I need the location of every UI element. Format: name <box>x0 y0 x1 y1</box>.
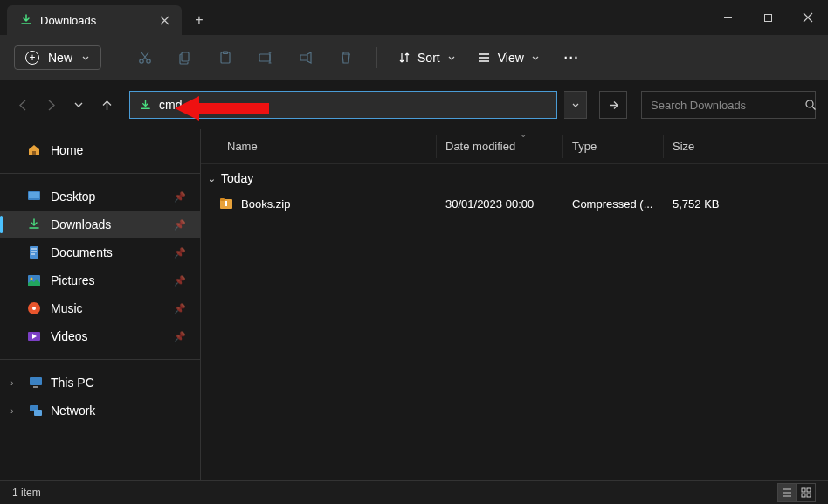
paste-button[interactable] <box>207 42 244 73</box>
svg-rect-11 <box>29 192 39 198</box>
column-name[interactable]: Name <box>201 135 437 158</box>
svg-point-16 <box>32 307 36 310</box>
svg-rect-21 <box>34 410 42 416</box>
chevron-right-icon: › <box>10 377 21 388</box>
search-icon <box>804 99 817 111</box>
column-size[interactable]: Size <box>664 135 828 158</box>
sidebar-item-label: Videos <box>51 329 88 343</box>
recent-button[interactable] <box>68 91 89 119</box>
svg-rect-9 <box>32 151 36 155</box>
file-name: Books.zip <box>241 197 290 211</box>
column-type[interactable]: Type <box>563 135 664 158</box>
cut-button[interactable] <box>127 42 163 73</box>
sidebar-item-desktop[interactable]: Desktop 📌 <box>0 183 200 211</box>
new-tab-button[interactable]: + <box>182 5 217 35</box>
sidebar-group-this-pc[interactable]: › This PC <box>0 369 200 397</box>
pictures-icon <box>26 273 42 288</box>
details-view-toggle[interactable] <box>777 483 797 502</box>
back-button[interactable] <box>12 91 33 119</box>
svg-rect-25 <box>802 488 805 492</box>
sidebar-item-label: Desktop <box>51 190 95 204</box>
sidebar-item-label: Documents <box>51 245 113 259</box>
file-type: Compressed (... <box>563 197 664 211</box>
view-button[interactable]: View <box>468 45 549 70</box>
sidebar-item-music[interactable]: Music 📌 <box>0 294 200 322</box>
more-button[interactable]: ··· <box>552 45 592 70</box>
pin-icon: 📌 <box>174 331 186 342</box>
icons-view-toggle[interactable] <box>797 483 816 502</box>
rename-button[interactable] <box>247 42 284 73</box>
address-bar[interactable] <box>129 91 557 119</box>
plus-circle-icon: + <box>25 51 39 65</box>
column-date[interactable]: Date modified <box>437 135 563 158</box>
window-controls <box>707 0 828 35</box>
sidebar-item-label: Music <box>51 301 83 315</box>
view-label: View <box>498 51 524 65</box>
group-header[interactable]: ⌄ Today <box>201 164 828 190</box>
file-list: ⌄ Name Date modified Type Size ⌄ Today B… <box>201 129 828 480</box>
search-input[interactable] <box>651 99 797 112</box>
new-button-label: New <box>48 51 72 65</box>
forward-button[interactable] <box>40 91 61 119</box>
svg-point-14 <box>31 278 33 280</box>
sort-indicator-icon: ⌄ <box>520 129 527 139</box>
svg-rect-19 <box>33 386 38 388</box>
chevron-down-icon <box>531 53 540 62</box>
sidebar-item-videos[interactable]: Videos 📌 <box>0 322 200 350</box>
sidebar-item-documents[interactable]: Documents 📌 <box>0 238 200 266</box>
delete-button[interactable] <box>328 42 364 73</box>
tab-downloads[interactable]: Downloads <box>7 5 182 35</box>
sidebar-item-home[interactable]: Home <box>0 136 200 164</box>
titlebar: Downloads + <box>0 0 828 35</box>
column-headers: ⌄ Name Date modified Type Size <box>201 129 828 164</box>
svg-rect-28 <box>807 494 811 497</box>
pc-icon <box>28 375 44 390</box>
maximize-button[interactable] <box>748 0 788 35</box>
svg-rect-3 <box>182 52 189 61</box>
chevron-down-icon: ⌄ <box>208 173 216 184</box>
svg-rect-26 <box>807 488 811 492</box>
window-close-button[interactable] <box>788 0 828 35</box>
search-bar[interactable] <box>641 91 816 119</box>
home-icon <box>26 142 42 158</box>
minimize-button[interactable] <box>707 0 748 35</box>
sidebar-item-label: Home <box>51 143 83 157</box>
copy-button[interactable] <box>167 42 204 73</box>
address-input[interactable] <box>159 98 548 112</box>
download-icon <box>19 13 33 27</box>
sidebar-item-label: Pictures <box>51 273 95 287</box>
close-icon[interactable] <box>157 13 171 27</box>
sidebar-item-pictures[interactable]: Pictures 📌 <box>0 266 200 294</box>
address-dropdown[interactable] <box>564 91 587 119</box>
sidebar-group-network[interactable]: › Network <box>0 397 200 425</box>
desktop-icon <box>26 189 42 204</box>
file-size: 5,752 KB <box>664 197 828 211</box>
download-icon <box>139 99 152 112</box>
sidebar: Home Desktop 📌 Downloads 📌 Documents 📌 <box>0 129 201 480</box>
svg-rect-12 <box>30 246 38 259</box>
share-button[interactable] <box>287 42 324 73</box>
svg-rect-18 <box>30 377 42 385</box>
svg-rect-6 <box>259 54 270 61</box>
file-row[interactable]: Books.zip 30/01/2023 00:00 Compressed (.… <box>201 190 828 217</box>
tab-title: Downloads <box>40 14 150 27</box>
group-label: Today <box>221 171 253 185</box>
pin-icon: 📌 <box>174 275 186 287</box>
go-button[interactable] <box>599 91 627 119</box>
up-button[interactable] <box>96 91 117 119</box>
sidebar-item-downloads[interactable]: Downloads 📌 <box>0 211 200 238</box>
sort-button[interactable]: Sort <box>390 45 465 70</box>
statusbar: 1 item <box>0 480 828 504</box>
chevron-down-icon <box>447 53 456 62</box>
zip-file-icon <box>218 196 234 211</box>
pin-icon: 📌 <box>174 303 186 314</box>
new-button[interactable]: + New <box>14 45 101 70</box>
sort-icon <box>398 52 411 64</box>
svg-rect-23 <box>220 198 225 201</box>
pin-icon: 📌 <box>174 191 186 203</box>
documents-icon <box>26 245 42 260</box>
sidebar-item-label: Downloads <box>51 217 111 231</box>
download-icon <box>26 217 42 232</box>
sort-label: Sort <box>417 51 440 65</box>
pin-icon: 📌 <box>174 247 186 259</box>
